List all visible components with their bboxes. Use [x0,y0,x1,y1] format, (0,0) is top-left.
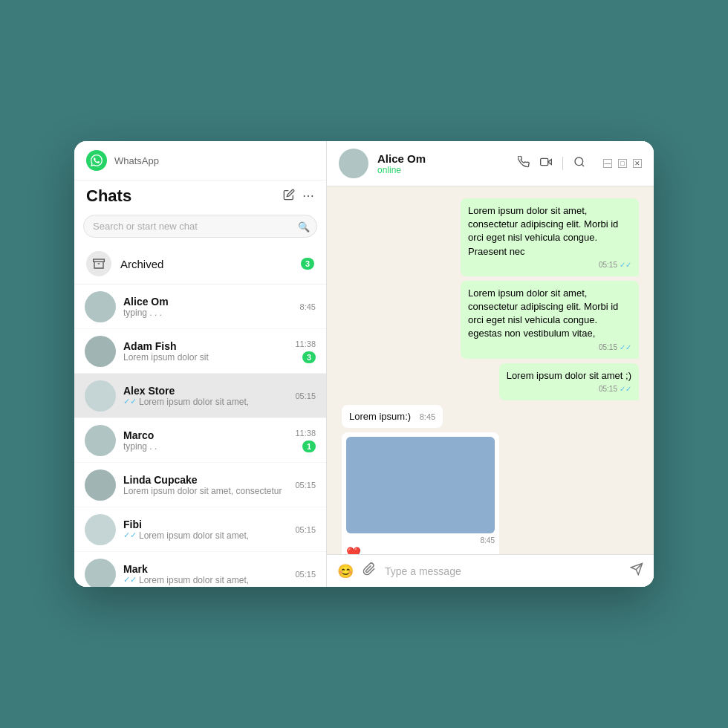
chat-info-alex: Alex Store ✓✓ Lorem ipsum dolor sit amet… [123,385,287,407]
avatar-adam [85,336,116,367]
app-window: WhatsApp Chats ⋯ 🔍 Archived 3 [74,141,654,587]
contact-avatar [339,149,368,178]
menu-icon[interactable]: ⋯ [302,189,314,204]
attach-icon[interactable] [363,562,376,579]
message-input[interactable] [385,565,621,577]
chat-list: Alice Om typing . . . 8:45 Adam Fish Lor… [74,285,326,587]
topbar-divider [562,157,563,170]
chat-item-alex[interactable]: Alex Store ✓✓ Lorem ipsum dolor sit amet… [74,374,326,418]
archived-label: Archived [120,258,292,270]
chats-header: Chats ⋯ [74,181,326,210]
chat-item-adam[interactable]: Adam Fish Lorem ipsum dolor sit 11:38 3 [74,329,326,374]
svg-marker-2 [548,160,552,165]
avatar-alex [85,380,116,412]
chats-title: Chats [86,186,131,206]
sent-message-1: Lorem ipsum dolor sit amet, consectetur … [461,198,639,276]
avatar-mark [85,559,116,588]
chat-info-mark: Mark ✓✓ Lorem ipsum dolor sit amet, [123,563,287,585]
chat-item-linda[interactable]: Linda Cupcake Lorem ipsum dolor sit amet… [74,463,326,507]
chat-item-mark[interactable]: Mark ✓✓ Lorem ipsum dolor sit amet, 05:1… [74,552,326,587]
received-image-message: 8:45 ❤️ [342,432,499,554]
app-name: WhatsApp [114,155,159,166]
chat-info-adam: Adam Fish Lorem ipsum dolor sit [123,340,287,363]
chat-item-alice[interactable]: Alice Om typing . . . 8:45 [74,285,326,329]
search-input[interactable] [83,215,317,238]
maximize-button[interactable]: □ [618,159,627,168]
svg-point-4 [575,157,583,166]
chat-panel: Alice Om online — □ ✕ [327,141,654,587]
sidebar: WhatsApp Chats ⋯ 🔍 Archived 3 [74,141,327,587]
sent-message-3: Lorem ipsum dolor sit amet ;) 05:15 ✓✓ [499,363,639,400]
send-icon[interactable] [630,562,643,579]
chat-meta-mark: 05:15 [295,570,316,579]
search-topbar-icon[interactable] [573,156,585,171]
chat-preview: typing . . . [123,308,293,318]
archive-icon [86,251,111,276]
chats-icons: ⋯ [283,189,314,204]
message-text: Lorem ipsum dolor sit amet, consectetur … [468,205,618,257]
chat-name: Alice Om [123,296,293,308]
compose-icon[interactable] [283,189,295,204]
chat-meta-marco: 11:38 1 [295,429,316,452]
whatsapp-logo [86,150,107,171]
chat-meta-alex: 05:15 [295,391,316,400]
messages-area: Lorem ipsum dolor sit amet, consectetur … [327,186,654,554]
chat-item-fibi[interactable]: Fibi ✓✓ Lorem ipsum dolor sit amet, 05:1… [74,507,326,552]
chat-info-fibi: Fibi ✓✓ Lorem ipsum dolor sit amet, [123,519,287,541]
archived-row[interactable]: Archived 3 [74,244,326,285]
contact-status: online [377,165,509,175]
video-icon[interactable] [540,156,552,171]
archived-count: 3 [301,258,314,270]
chat-info-alice: Alice Om typing . . . [123,296,293,318]
svg-rect-3 [541,158,548,165]
chat-topbar: Alice Om online — □ ✕ [327,141,654,186]
svg-line-5 [582,164,584,166]
received-text-message: Lorem ipsum:) 8:45 [342,405,443,428]
chat-item-marco[interactable]: Marco typing . . 11:38 1 [74,418,326,463]
sidebar-header: WhatsApp [74,141,326,181]
sent-message-2: Lorem ipsum dolor sit amet, consectetur … [461,281,639,359]
message-text: Lorem ipsum dolor sit amet ;) [507,370,631,381]
avatar-linda [85,469,116,501]
phone-icon[interactable] [518,156,530,171]
chat-meta-adam: 11:38 3 [295,339,316,363]
window-controls: — □ ✕ [603,159,642,168]
search-icon: 🔍 [298,221,310,232]
emoji-icon[interactable]: 😊 [337,563,354,579]
search-bar: 🔍 [83,215,317,238]
minimize-button[interactable]: — [603,159,612,168]
close-button[interactable]: ✕ [633,159,642,168]
chat-topbar-info: Alice Om online [377,152,509,175]
image-placeholder [346,437,495,533]
message-text: Lorem ipsum dolor sit amet, consectetur … [468,287,618,339]
avatar-marco [85,425,116,456]
message-reaction: ❤️ [346,546,495,554]
avatar-fibi [85,514,116,545]
chat-info-linda: Linda Cupcake Lorem ipsum dolor sit amet… [123,474,287,496]
chat-meta: 8:45 [300,302,316,311]
svg-rect-0 [94,259,105,261]
chat-topbar-actions: — □ ✕ [518,156,642,171]
input-area: 😊 [327,554,654,587]
chat-info-marco: Marco typing . . [123,429,287,452]
contact-name: Alice Om [377,152,509,165]
chat-meta-fibi: 05:15 [295,525,316,534]
received-message-row: Lorem ipsum:) 8:45 [342,405,639,428]
avatar-alice [85,291,116,322]
chat-meta-linda: 05:15 [295,481,316,490]
